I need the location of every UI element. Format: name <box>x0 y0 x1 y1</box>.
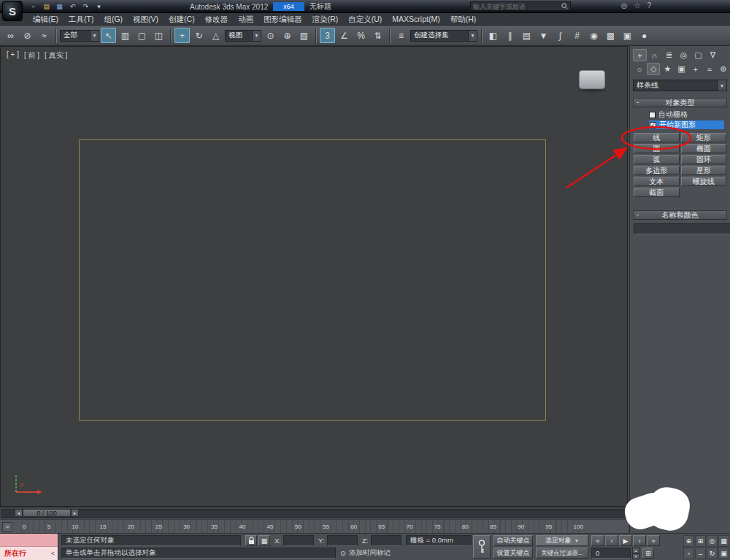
quick-access-caret-icon[interactable]: ▾ <box>93 1 104 11</box>
sub-cameras-icon[interactable]: ▣ <box>675 63 688 75</box>
track-bar-tick[interactable]: 0 <box>22 523 26 530</box>
viewport-menu-view[interactable]: [ 前 ] <box>24 50 39 61</box>
previous-frame-icon[interactable]: ‹ <box>605 535 618 546</box>
go-to-start-icon[interactable]: « <box>591 535 604 546</box>
time-slider-track[interactable] <box>1 509 626 518</box>
save-file-icon[interactable]: ▦ <box>54 1 65 11</box>
current-frame-field[interactable]: 0 <box>591 548 631 559</box>
key-filters-button[interactable]: 关键点过滤器... <box>536 548 588 559</box>
curve-editor-icon[interactable]: ∫ <box>553 28 568 43</box>
ribbon-toggle-icon[interactable]: ▼ <box>536 28 551 43</box>
menu-item[interactable]: 动画 <box>233 13 258 26</box>
material-editor-icon[interactable]: ◉ <box>586 28 602 43</box>
mirror-icon[interactable]: ◧ <box>485 28 501 43</box>
time-configuration-icon[interactable]: ⊞ <box>642 548 654 559</box>
sub-systems-icon[interactable]: ⊕ <box>717 63 730 75</box>
play-icon[interactable]: ▶ <box>619 535 632 546</box>
chevron-down-icon[interactable]: ▼ <box>717 80 726 91</box>
object-name-input[interactable] <box>634 223 730 234</box>
chevron-down-icon[interactable]: ▼ <box>468 31 477 41</box>
menu-item[interactable]: 帮助(H) <box>445 13 482 26</box>
spinner-down-icon[interactable]: ▾ <box>632 553 639 559</box>
chevron-down-icon[interactable]: ▼ <box>252 31 261 41</box>
edit-named-selection-sets-icon[interactable]: ≡ <box>393 28 409 43</box>
zoom-extents-all-icon[interactable]: ▦ <box>718 535 729 547</box>
viewcube[interactable] <box>579 70 605 89</box>
autogrid-row[interactable]: 自动栅格 <box>649 110 724 119</box>
snap-toggle-3d-icon[interactable]: 3 <box>320 28 335 43</box>
track-bar-tick[interactable]: 55 <box>322 523 330 530</box>
menu-item[interactable]: 图形编辑器 <box>258 13 307 26</box>
select-and-manipulate-icon[interactable]: ⊕ <box>280 28 295 43</box>
select-object-icon[interactable]: ↖ <box>101 28 116 43</box>
sign-in-icon[interactable]: ◎ <box>621 1 628 9</box>
track-bar[interactable]: ≈ 05101520253035404550556065707580859095… <box>0 519 628 533</box>
listener-row[interactable]: 所在行 < <box>0 547 58 560</box>
track-bar-tick[interactable]: 90 <box>517 523 525 530</box>
previous-frame-arrow-icon[interactable]: ◂ <box>15 509 23 517</box>
sub-geometry-icon[interactable]: ○ <box>633 63 646 75</box>
track-bar-tick[interactable]: 75 <box>434 523 442 530</box>
rectangle-spline[interactable] <box>79 139 546 421</box>
angle-snap-icon[interactable]: ∠ <box>337 28 352 43</box>
track-bar-tick[interactable]: 95 <box>545 523 553 530</box>
layer-manager-icon[interactable]: ▤ <box>519 28 534 43</box>
zoom-icon[interactable]: ⊕ <box>683 535 694 547</box>
track-bar-tick[interactable]: 5 <box>47 523 51 530</box>
selection-lock-icon[interactable] <box>245 535 257 546</box>
track-bar-tick[interactable]: 50 <box>294 523 302 530</box>
rollout-collapse-icon[interactable]: - <box>637 210 639 218</box>
selection-filter-dropdown[interactable]: 全部 ▼ <box>60 30 99 42</box>
sub-lights-icon[interactable]: ★ <box>661 63 674 75</box>
schematic-view-icon[interactable]: # <box>569 28 585 43</box>
track-bar-tick[interactable]: 35 <box>210 523 218 530</box>
render-production-icon[interactable]: ● <box>637 28 652 43</box>
infocenter-search[interactable] <box>470 1 571 11</box>
help-icon[interactable]: ? <box>647 1 651 9</box>
menu-item[interactable]: 修改器 <box>200 13 234 26</box>
selection-region-icon[interactable]: ▢ <box>134 28 150 43</box>
menu-item[interactable]: 工具(T) <box>64 13 99 26</box>
render-setup-icon[interactable]: ▩ <box>603 28 618 43</box>
select-and-move-icon[interactable]: + <box>174 28 190 43</box>
tab-modify-icon[interactable]: ∩ <box>648 49 661 61</box>
new-file-icon[interactable]: ▫ <box>28 1 39 11</box>
track-bar-tick[interactable]: 10 <box>71 523 79 530</box>
tab-utilities-icon[interactable]: ∇ <box>706 49 720 61</box>
unlink-selection-icon[interactable]: ⊘ <box>20 28 35 43</box>
maxscript-mini-listener[interactable]: 所在行 < <box>0 534 58 560</box>
keyboard-override-icon[interactable]: ▧ <box>296 28 312 43</box>
shape-button[interactable]: 弧 <box>634 155 680 164</box>
time-slider-handle[interactable]: 0 / 100 <box>23 509 71 517</box>
select-and-rotate-icon[interactable]: ↻ <box>191 28 207 43</box>
tab-hierarchy-icon[interactable]: ≣ <box>662 49 676 61</box>
object-type-rollout-header[interactable]: - 对象类型 <box>633 98 727 107</box>
track-bar-tick[interactable]: 60 <box>350 523 358 530</box>
percent-snap-icon[interactable]: % <box>353 28 369 43</box>
track-bar-tick[interactable]: 70 <box>406 523 414 530</box>
chevron-down-icon[interactable]: ▼ <box>90 31 99 41</box>
sub-shapes-icon[interactable]: ◇ <box>647 63 660 75</box>
autogrid-checkbox[interactable] <box>649 112 656 118</box>
favorites-star-icon[interactable]: ☆ <box>634 1 640 9</box>
select-and-scale-icon[interactable]: △ <box>208 28 223 43</box>
absolute-offset-toggle-icon[interactable]: ▦ <box>258 535 270 546</box>
undo-icon[interactable]: ↶ <box>67 1 78 11</box>
shape-button[interactable]: 矩形 <box>681 133 727 142</box>
spinner-snap-icon[interactable]: ⇅ <box>370 28 385 43</box>
bind-to-space-warp-icon[interactable]: ≈ <box>36 28 52 43</box>
zoom-region-icon[interactable]: ▫ <box>683 548 694 559</box>
shape-button[interactable]: 圆 <box>634 144 680 153</box>
shape-button[interactable]: 星形 <box>681 166 727 175</box>
search-icon[interactable] <box>561 3 568 9</box>
rollout-collapse-icon[interactable]: - <box>637 98 639 106</box>
tab-display-icon[interactable]: ▢ <box>691 49 705 61</box>
track-bar-tick[interactable]: 80 <box>461 523 469 530</box>
search-input[interactable] <box>473 3 555 10</box>
start-new-shape-checkbox[interactable]: ✓ <box>650 122 656 129</box>
menu-item[interactable]: 自定义(U) <box>343 13 387 26</box>
go-to-end-icon[interactable]: » <box>647 535 660 546</box>
add-time-tag[interactable]: ⊙ 添加时间标记 <box>340 548 391 559</box>
track-bar-tick[interactable]: 30 <box>182 523 191 530</box>
zoom-all-icon[interactable]: ⊞ <box>695 535 706 547</box>
